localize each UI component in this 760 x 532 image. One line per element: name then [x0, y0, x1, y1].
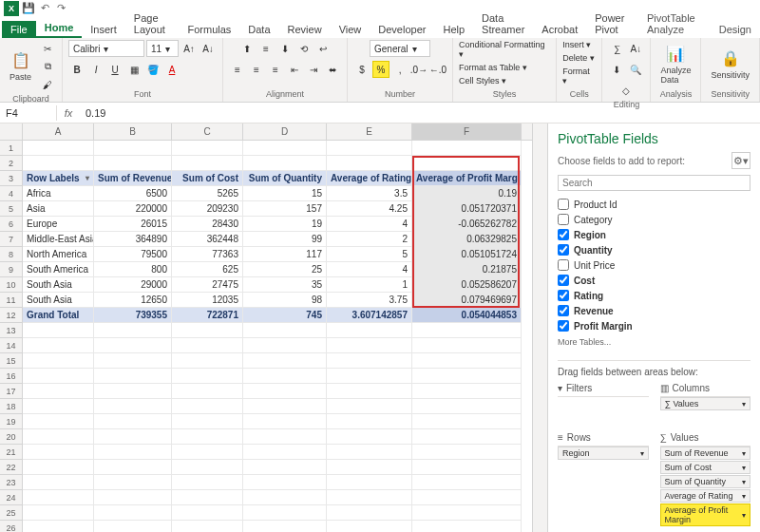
fill-color-button[interactable]: 🪣	[144, 61, 162, 78]
field-checkbox[interactable]	[558, 214, 569, 225]
grand-total-cell[interactable]: 745	[243, 308, 327, 323]
align-left-button[interactable]: ≡	[229, 61, 246, 78]
pivot-cell[interactable]: South Asia	[23, 277, 94, 293]
pivot-cell[interactable]: 0.06329825	[412, 232, 522, 247]
format-cells-button[interactable]: Format ▾	[562, 66, 596, 86]
delete-cells-button[interactable]: Delete ▾	[562, 53, 595, 63]
row-header[interactable]: 6	[0, 217, 23, 232]
field-item[interactable]: Product Id	[558, 197, 750, 212]
field-checkbox[interactable]	[558, 244, 569, 256]
pivot-cell[interactable]: 0.21875	[412, 262, 522, 277]
grand-total-cell[interactable]: 722871	[172, 308, 243, 323]
field-item[interactable]: Region	[558, 227, 750, 242]
pivot-cell[interactable]: 4.25	[327, 201, 412, 217]
row-header[interactable]: 26	[0, 521, 23, 532]
tab-home[interactable]: Home	[36, 19, 83, 38]
pivot-cell[interactable]: 15	[243, 186, 327, 201]
pivot-cell[interactable]: 1	[327, 277, 412, 293]
tab-pivottable-analyze[interactable]: PivotTable Analyze	[638, 10, 711, 38]
pivot-cell[interactable]: 6500	[94, 186, 172, 201]
tab-page-layout[interactable]: Page Layout	[125, 10, 180, 38]
pivot-cell[interactable]: 362448	[172, 232, 243, 247]
comma-format-button[interactable]: ,	[391, 61, 408, 78]
row-header[interactable]: 15	[0, 353, 23, 369]
pivot-cell[interactable]: 5	[327, 247, 412, 262]
col-header-F[interactable]: F	[412, 124, 522, 140]
percent-format-button[interactable]: %	[372, 61, 390, 78]
field-item[interactable]: Profit Margin	[558, 318, 750, 333]
tab-data[interactable]: Data	[239, 21, 278, 38]
rows-area[interactable]: ≡Rows Region▾	[558, 432, 649, 527]
tab-file[interactable]: File	[2, 21, 36, 38]
underline-button[interactable]: U	[106, 61, 124, 78]
border-button[interactable]: ▦	[125, 61, 142, 78]
orientation-button[interactable]: ⟲	[295, 40, 313, 57]
pivot-cell[interactable]: 35	[243, 277, 327, 293]
decrease-indent-button[interactable]: ⇤	[286, 61, 303, 78]
tab-design[interactable]: Design	[711, 21, 760, 38]
search-input[interactable]	[558, 175, 750, 191]
font-size-select[interactable]: 11▾	[146, 40, 179, 57]
save-icon[interactable]: 💾	[22, 2, 35, 15]
row-header[interactable]: 7	[0, 232, 23, 247]
row-header[interactable]: 1	[0, 141, 23, 156]
row-header[interactable]: 22	[0, 460, 23, 475]
conditional-formatting-button[interactable]: Conditional Formatting ▾	[459, 40, 550, 59]
field-checkbox[interactable]	[558, 229, 569, 240]
wrap-text-button[interactable]: ↩	[314, 40, 332, 57]
pivot-cell[interactable]: 157	[243, 201, 327, 217]
row-header[interactable]: 13	[0, 323, 23, 338]
pivot-cell[interactable]: 2	[327, 232, 412, 247]
pivot-cell[interactable]: 28430	[172, 217, 243, 232]
format-as-table-button[interactable]: Format as Table ▾	[459, 63, 527, 72]
tab-view[interactable]: View	[331, 21, 370, 38]
row-pill[interactable]: Region▾	[558, 446, 649, 460]
pivot-cell[interactable]: 364890	[94, 232, 172, 247]
row-header[interactable]: 24	[0, 490, 23, 505]
pivot-header[interactable]: Row Labels▾	[23, 171, 94, 186]
field-item[interactable]: Rating	[558, 288, 750, 303]
tab-insert[interactable]: Insert	[82, 21, 125, 38]
tab-acrobat[interactable]: Acrobat	[533, 21, 586, 38]
pivot-cell[interactable]: South America	[23, 262, 94, 277]
font-color-button[interactable]: A	[163, 61, 180, 78]
field-checkbox[interactable]	[558, 320, 569, 332]
pivot-cell[interactable]: Europe	[23, 217, 94, 232]
pivot-cell[interactable]: 26015	[94, 217, 172, 232]
field-checkbox[interactable]	[558, 275, 569, 286]
row-header[interactable]: 19	[0, 414, 23, 429]
row-header[interactable]: 25	[0, 505, 23, 521]
increase-decimal-button[interactable]: .0→	[410, 61, 428, 78]
tab-power-pivot[interactable]: Power Pivot	[586, 10, 638, 38]
analyze-data-button[interactable]: 📊Analyze Data	[656, 43, 694, 86]
value-pill[interactable]: Sum of Revenue▾	[660, 446, 751, 460]
value-pill[interactable]: Sum of Quantity▾	[660, 475, 751, 488]
cut-button[interactable]: ✂	[39, 40, 56, 57]
pivot-cell[interactable]: 0.052586207	[412, 277, 522, 293]
pivot-cell[interactable]: 99	[243, 232, 327, 247]
row-header[interactable]: 18	[0, 399, 23, 414]
pivot-cell[interactable]: 209230	[172, 201, 243, 217]
tab-data-streamer[interactable]: Data Streamer	[473, 10, 533, 38]
col-header-D[interactable]: D	[243, 124, 327, 140]
pivot-cell[interactable]: 4	[327, 262, 412, 277]
row-header[interactable]: 17	[0, 384, 23, 399]
filters-area[interactable]: ▾Filters	[558, 383, 649, 425]
pivot-cell[interactable]: 27475	[172, 277, 243, 293]
formula-input[interactable]: 0.19	[80, 105, 760, 121]
insert-cells-button[interactable]: Insert ▾	[562, 40, 591, 49]
pivot-cell[interactable]: 29000	[94, 277, 172, 293]
field-item[interactable]: Unit Price	[558, 257, 750, 273]
pivot-cell[interactable]: 77363	[172, 247, 243, 262]
values-area[interactable]: ∑Values Sum of Revenue▾Sum of Cost▾Sum o…	[660, 432, 751, 527]
pivot-cell[interactable]: 3.5	[327, 186, 412, 201]
value-pill[interactable]: Average of Profit Margin▾	[660, 504, 751, 526]
sensitivity-button[interactable]: 🔒Sensitivity	[707, 48, 753, 82]
pivot-cell[interactable]: 25	[243, 262, 327, 277]
pivot-cell[interactable]: 4	[327, 217, 412, 232]
row-header[interactable]: 16	[0, 369, 23, 384]
fx-button[interactable]: fx	[57, 107, 80, 119]
field-checkbox[interactable]	[558, 259, 569, 271]
align-center-button[interactable]: ≡	[248, 61, 265, 78]
pivot-cell[interactable]: 0.079469697	[412, 293, 522, 308]
